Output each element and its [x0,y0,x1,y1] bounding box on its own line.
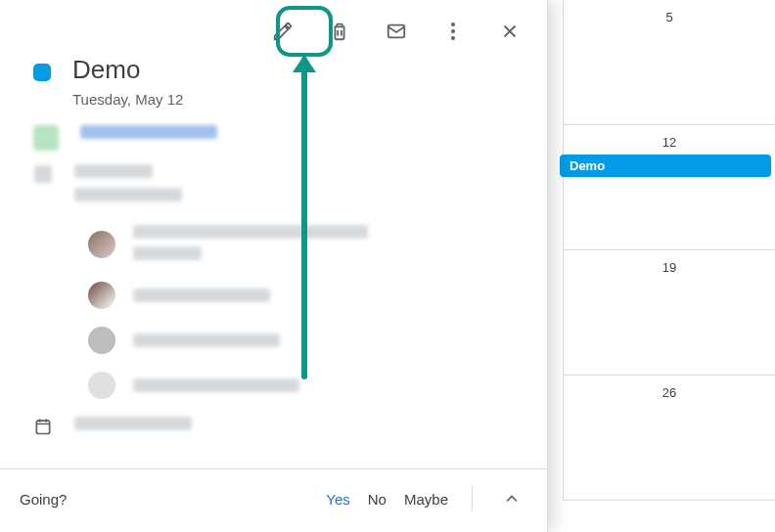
meet-link-redacted [80,125,217,139]
avatar [88,327,115,354]
close-icon [499,21,521,42]
guest-item[interactable] [88,372,527,399]
guest-name-redacted [133,288,270,302]
close-button[interactable] [490,12,529,51]
day-number: 19 [662,260,676,275]
meet-icon [33,125,59,151]
rsvp-maybe[interactable]: Maybe [404,491,448,508]
calendar-cell-5[interactable]: 5 [563,0,775,125]
guest-item[interactable] [88,225,527,264]
calendar-icon [33,417,53,436]
guest-count-redacted [74,164,153,178]
event-color-chip [33,64,51,81]
divider [472,486,473,511]
guest-role-redacted [133,246,202,260]
calendar-cell-19[interactable]: 19 [563,250,775,376]
chevron-up-icon [502,489,522,509]
edit-button[interactable] [263,12,302,51]
event-details [0,108,547,436]
pencil-icon [272,21,294,42]
calendar-grid: 5 12 Demo 19 26 [563,0,775,532]
more-options-button[interactable] [433,12,473,51]
rsvp-no[interactable]: No [368,491,387,508]
all-day-event-demo[interactable]: Demo [560,155,771,177]
more-icon [451,22,455,40]
day-number: 12 [662,135,676,150]
mail-icon [386,21,407,42]
svg-rect-1 [36,421,49,433]
guest-item[interactable] [88,327,527,354]
event-date: Tuesday, May 12 [72,91,183,108]
avatar [88,372,115,399]
guests-icon [33,164,53,184]
guest-name-redacted [133,333,280,347]
event-popover: Demo Tuesday, May 12 [0,0,548,532]
guest-list [88,219,527,399]
guests-row [33,164,527,205]
avatar [88,282,115,309]
rsvp-yes[interactable]: Yes [326,491,349,508]
avatar [88,231,115,258]
rsvp-bar: Going? Yes No Maybe [0,468,547,532]
meet-link-row[interactable] [33,125,527,151]
event-header: Demo Tuesday, May 12 [0,51,547,108]
event-actions [0,0,547,51]
guest-subtext-redacted [74,188,182,201]
rsvp-expand-button[interactable] [496,483,527,514]
delete-button[interactable] [320,12,359,51]
calendar-name-redacted [74,417,192,430]
day-number: 5 [665,10,672,24]
email-guests-button[interactable] [377,12,416,51]
calendar-cell-12[interactable]: 12 Demo [563,125,775,250]
calendar-cell-26[interactable]: 26 [563,376,775,501]
guest-item[interactable] [88,282,527,309]
trash-icon [329,21,350,42]
guest-name-redacted [133,225,368,239]
rsvp-question: Going? [20,491,67,508]
calendar-row [33,417,527,436]
guest-name-redacted [133,378,299,392]
event-title: Demo [72,55,183,85]
day-number: 26 [662,385,676,400]
